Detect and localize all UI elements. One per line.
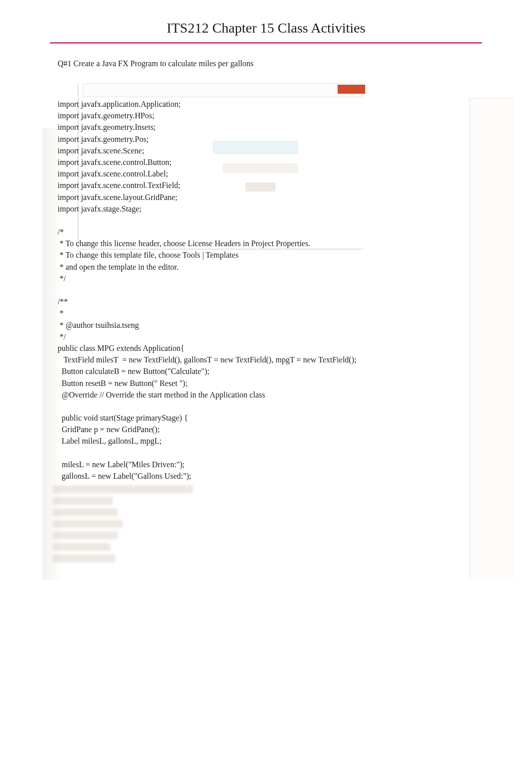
bg-box-top: [83, 83, 363, 97]
bg-panel-right: [469, 98, 514, 579]
obscured-line: [53, 554, 115, 562]
code-block: import javafx.application.Application; i…: [58, 98, 474, 562]
obscured-line: [53, 543, 110, 551]
title-divider: [50, 42, 482, 44]
content-area: Q#1 Create a Java FX Program to calculat…: [0, 59, 532, 562]
obscured-line: [53, 485, 193, 493]
question-text: Q#1 Create a Java FX Program to calculat…: [58, 59, 474, 68]
obscured-code-region: [58, 485, 474, 562]
obscured-line: [53, 497, 113, 505]
code-text: import javafx.application.Application; i…: [58, 98, 474, 482]
obscured-line: [53, 531, 118, 539]
page-title: ITS212 Chapter 15 Class Activities: [0, 20, 532, 36]
document-page: ITS212 Chapter 15 Class Activities Q#1 C…: [0, 0, 532, 562]
obscured-line: [53, 520, 123, 528]
obscured-line: [53, 508, 118, 516]
